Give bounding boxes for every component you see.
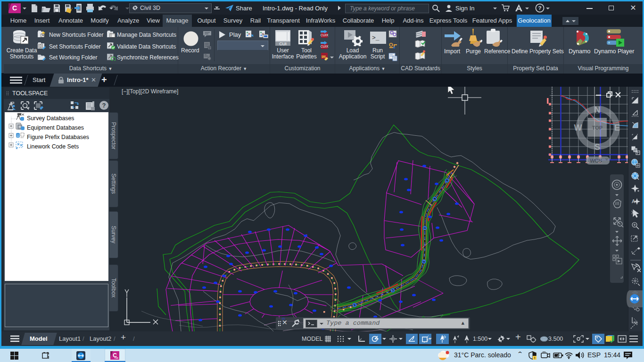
svg-text:Equipment Databases: Equipment Databases (27, 124, 84, 131)
svg-text:WCS: WCS (590, 158, 602, 164)
svg-text:E: E (614, 123, 620, 132)
svg-text:[−][Top][2D Wireframe]: [−][Top][2D Wireframe] (122, 88, 178, 95)
svg-text:CUI: CUI (279, 41, 287, 46)
svg-text:TOP: TOP (592, 125, 603, 131)
svg-text:Linework Code Sets: Linework Code Sets (27, 143, 79, 150)
svg-text:PGP: PGP (322, 56, 326, 58)
svg-text:?: ? (538, 5, 541, 11)
svg-text:W: W (574, 123, 582, 132)
svg-text:N: N (594, 105, 601, 115)
svg-text:>_: >_ (372, 34, 380, 41)
svg-text:CUIX: CUIX (321, 33, 329, 37)
svg-text:!: ! (534, 356, 536, 360)
svg-text:O: O (389, 42, 393, 48)
svg-text:CUIX: CUIX (321, 45, 329, 48)
svg-text:Survey Databases: Survey Databases (27, 115, 74, 122)
svg-text:S: S (594, 142, 600, 152)
svg-text:Figure Prefix Databases: Figure Prefix Databases (27, 134, 89, 140)
